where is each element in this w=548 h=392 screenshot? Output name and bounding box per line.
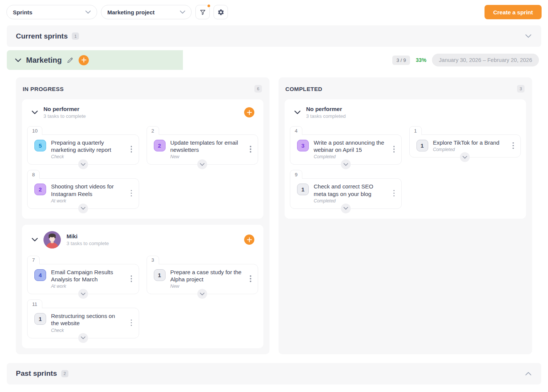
story-points-badge: 4 — [34, 269, 46, 281]
chevron-down-icon — [81, 336, 85, 339]
task-card[interactable]: 5 Preparing a quarterly marketing activi… — [27, 134, 139, 165]
expand-task-button[interactable] — [341, 204, 351, 213]
past-sprints-count-badge: 2 — [61, 370, 68, 377]
task-card[interactable]: 4 Email Campaign Results Analysis for Ma… — [27, 264, 139, 294]
current-sprints-section-header[interactable]: Current sprints 1 — [7, 25, 541, 47]
collapse-sprint-chevron-icon[interactable] — [15, 59, 21, 62]
task-status: Completed — [433, 147, 505, 152]
project-select[interactable]: Marketing project — [101, 5, 192, 19]
task-menu-icon[interactable] — [128, 274, 135, 284]
task-status: Check — [51, 154, 123, 159]
performer-group-no-performer: No performer 3 tasks completed 4 3 Write… — [285, 99, 526, 219]
group-header: No performer 3 tasks completed — [290, 99, 521, 126]
sprint-board: IN PROGRESS 6 No performer 3 tasks to co… — [16, 77, 532, 354]
past-sprints-section-header[interactable]: Past sprints 2 — [7, 363, 541, 384]
task-status: New — [170, 154, 243, 159]
past-sprints-title: Past sprints — [16, 369, 57, 378]
task-id-tab: 10 — [27, 126, 42, 135]
filter-notification-dot — [207, 4, 211, 8]
group-subtitle: 3 tasks to complete — [43, 113, 86, 119]
story-points-badge: 1 — [416, 140, 428, 151]
funnel-icon — [199, 9, 206, 16]
task-wrapper: 11 1 Restructuring sections on the websi… — [27, 299, 139, 338]
story-points-badge: 5 — [34, 140, 46, 151]
chevron-down-icon[interactable] — [525, 34, 531, 38]
task-menu-icon[interactable] — [247, 144, 254, 154]
expand-task-button[interactable] — [460, 152, 470, 162]
avatar — [43, 231, 61, 248]
sprint-date-range: January 30, 2026 – February 20, 2026 — [432, 54, 539, 66]
task-menu-icon[interactable] — [391, 188, 398, 198]
task-card[interactable]: 2 Update templates for email newsletters… — [147, 134, 259, 165]
chevron-down-icon — [344, 207, 348, 210]
chevron-down-icon — [180, 11, 185, 14]
view-select[interactable]: Sprints — [6, 5, 97, 19]
group-name: No performer — [43, 106, 86, 112]
filter-button[interactable] — [195, 5, 210, 19]
add-task-button[interactable] — [244, 235, 254, 245]
column-in-progress: IN PROGRESS 6 No performer 3 tasks to co… — [16, 77, 269, 354]
column-title: COMPLETED — [285, 86, 322, 92]
task-title: Restructuring sections on the website — [51, 312, 123, 327]
settings-button[interactable] — [214, 5, 228, 19]
story-points-badge: 1 — [154, 269, 166, 281]
task-card[interactable]: 1 Prepare a case study for the Alpha pro… — [147, 264, 259, 294]
expand-task-button[interactable] — [78, 333, 88, 343]
current-sprints-count-badge: 1 — [72, 32, 79, 40]
story-points-badge: 3 — [297, 140, 309, 151]
task-card[interactable]: 1 Explore TikTok for a Brand Completed — [409, 134, 521, 157]
task-title: Explore TikTok for a Brand — [433, 139, 505, 146]
create-sprint-button[interactable]: Create a sprint — [485, 5, 542, 19]
task-menu-icon[interactable] — [510, 141, 517, 151]
add-task-button[interactable] — [244, 107, 254, 117]
task-id-tab: 4 — [290, 126, 302, 135]
chevron-down-icon — [200, 293, 204, 295]
task-card[interactable]: 1 Restructuring sections on the website … — [27, 308, 139, 338]
chevron-down-icon — [81, 207, 85, 210]
task-menu-icon[interactable] — [128, 188, 135, 198]
task-card[interactable]: 2 Shooting short videos for Instagram Re… — [27, 178, 139, 208]
add-task-button[interactable] — [79, 55, 89, 65]
view-select-value: Sprints — [13, 9, 33, 15]
task-grid: 4 3 Write a post announcing the webinar … — [290, 126, 521, 209]
task-title: Preparing a quarterly marketing activity… — [51, 139, 123, 153]
group-subtitle: 3 tasks completed — [306, 113, 346, 119]
task-wrapper: 3 1 Prepare a case study for the Alpha p… — [147, 256, 259, 294]
task-menu-icon[interactable] — [247, 274, 254, 284]
task-id-tab: 11 — [27, 299, 42, 308]
story-points-badge: 1 — [34, 313, 46, 325]
task-card[interactable]: 1 Check and correct SEO meta tags on you… — [290, 178, 402, 208]
project-select-value: Marketing project — [107, 9, 155, 15]
task-wrapper: 4 3 Write a post announcing the webinar … — [290, 126, 402, 165]
story-points-badge: 1 — [297, 184, 309, 195]
sprint-name: Marketing — [26, 56, 62, 65]
task-menu-icon[interactable] — [128, 318, 135, 328]
task-menu-icon[interactable] — [391, 144, 398, 154]
expand-task-button[interactable] — [78, 289, 88, 299]
expand-task-button[interactable] — [78, 204, 88, 213]
column-count-badge: 6 — [254, 85, 262, 93]
collapse-group-chevron-icon[interactable] — [294, 111, 300, 114]
task-wrapper: 8 2 Shooting short videos for Instagram … — [27, 170, 139, 208]
task-wrapper: 1 1 Explore TikTok for a Brand Completed — [409, 126, 521, 157]
collapse-group-chevron-icon[interactable] — [32, 238, 38, 241]
expand-task-button[interactable] — [197, 289, 207, 299]
expand-task-button[interactable] — [78, 159, 88, 169]
task-status: Completed — [314, 198, 386, 204]
expand-task-button[interactable] — [197, 159, 207, 169]
chevron-up-icon[interactable] — [525, 372, 531, 375]
task-card[interactable]: 3 Write a post announcing the webinar on… — [290, 134, 402, 165]
column-completed: COMPLETED 3 No performer 3 tasks complet… — [279, 77, 532, 354]
column-title: IN PROGRESS — [23, 86, 64, 92]
group-name: Miki — [67, 233, 109, 239]
chevron-down-icon — [463, 156, 467, 159]
task-menu-icon[interactable] — [128, 144, 135, 154]
expand-task-button[interactable] — [341, 159, 351, 169]
chevron-down-icon — [85, 11, 91, 14]
sprint-header: Marketing 3 / 9 33% January 30, 2026 – F… — [7, 50, 541, 70]
task-title: Update templates for email newsletters — [170, 139, 243, 153]
edit-pencil-icon[interactable] — [67, 57, 74, 64]
collapse-group-chevron-icon[interactable] — [32, 111, 38, 114]
story-points-badge: 2 — [154, 140, 166, 151]
task-title: Write a post announcing the webinar on A… — [314, 139, 386, 153]
